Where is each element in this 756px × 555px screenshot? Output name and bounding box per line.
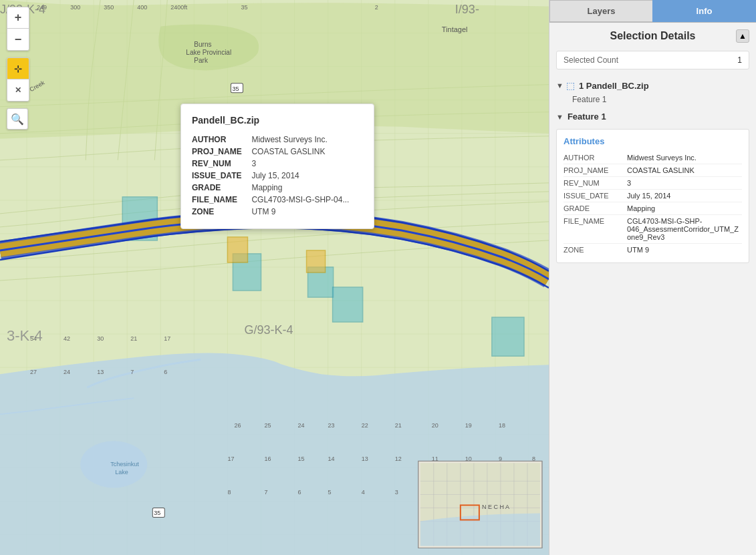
svg-text:400: 400: [137, 4, 147, 11]
popup-row: ZONEUTM 9: [192, 206, 363, 218]
svg-rect-98: [227, 237, 247, 262]
svg-text:N E C H A: N E C H A: [482, 504, 509, 510]
attribute-row: REV_NUM3: [563, 176, 742, 189]
svg-text:2400ft: 2400ft: [170, 4, 188, 11]
svg-text:16: 16: [264, 455, 271, 462]
attribute-key: GRADE: [563, 204, 627, 212]
svg-text:26: 26: [234, 422, 241, 429]
popup-title: Pandell_BC.zip: [192, 115, 363, 126]
attribute-value: COASTAL GASLINK: [627, 166, 742, 174]
popup-value: COASTAL GASLINK: [251, 146, 363, 158]
svg-text:25: 25: [264, 422, 271, 429]
map-controls: + − ⊹ ✕ 🔍: [7, 7, 29, 130]
svg-text:7: 7: [130, 369, 134, 375]
svg-text:21: 21: [130, 335, 137, 342]
popup-row: FILE_NAMECGL4703-MSI-G-SHP-04...: [192, 194, 363, 206]
attribute-value: 3: [627, 179, 742, 187]
svg-text:18: 18: [499, 422, 505, 429]
svg-text:6: 6: [164, 369, 167, 375]
attribute-key: ZONE: [563, 246, 627, 254]
attribute-key: PROJ_NAME: [563, 166, 627, 174]
clear-selection-button[interactable]: ✕: [7, 79, 29, 101]
zoom-out-button[interactable]: −: [7, 29, 29, 50]
select-tool-button[interactable]: ⊹: [7, 58, 29, 79]
attribute-value: CGL4703-MSI-G-SHP-046_AssessmentCorridor…: [627, 217, 742, 241]
svg-text:Burns: Burns: [194, 41, 211, 48]
svg-text:2: 2: [375, 4, 378, 11]
popup-key: PROJ_NAME: [192, 146, 251, 158]
popup-row: PROJ_NAMECOASTAL GASLINK: [192, 146, 363, 158]
selection-tools: ⊹ ✕: [7, 57, 29, 102]
tab-info[interactable]: Info: [652, 0, 756, 22]
attribute-row: PROJ_NAMECOASTAL GASLINK: [563, 164, 742, 176]
svg-text:Park: Park: [194, 57, 209, 64]
attribute-key: AUTHOR: [563, 154, 627, 162]
attribute-value: Mapping: [627, 204, 742, 212]
svg-text:35: 35: [241, 4, 247, 11]
search-button[interactable]: 🔍: [7, 108, 28, 130]
attribute-row: FILE_NAMECGL4703-MSI-G-SHP-046_Assessmen…: [563, 214, 742, 243]
feature-expand-icon: ▼: [556, 113, 563, 121]
svg-text:23: 23: [328, 422, 335, 429]
panel-content[interactable]: Selection Details ▲ Selected Count 1 ▼ ⬚…: [549, 23, 756, 555]
popup-key: GRADE: [192, 182, 251, 194]
svg-text:Lake: Lake: [115, 469, 128, 476]
popup-value: Mapping: [251, 182, 363, 194]
layer-item: ▼ ⬚ 1 Pandell_BC.zip Feature 1 ▼ Feature…: [556, 77, 749, 263]
attributes-section: Attributes AUTHORMidwest Surveys Inc.PRO…: [556, 129, 749, 263]
popup-value: Midwest Surveys Inc.: [251, 134, 363, 146]
svg-text:20: 20: [432, 422, 438, 429]
map-area[interactable]: Tchesinkut Lake 249 300 350 400 2400ft 3…: [0, 0, 549, 555]
svg-text:Tintagel: Tintagel: [442, 25, 468, 33]
popup-key: REV_NUM: [192, 158, 251, 170]
svg-text:Tchesinkut: Tchesinkut: [110, 461, 139, 468]
popup-row: GRADEMapping: [192, 182, 363, 194]
svg-rect-97: [492, 317, 524, 356]
popup-key: ISSUE_DATE: [192, 170, 251, 182]
svg-text:13: 13: [97, 369, 104, 375]
svg-text:Lake Provincial: Lake Provincial: [186, 49, 231, 56]
svg-text:13: 13: [362, 455, 368, 462]
attribute-value: July 15, 2014: [627, 192, 742, 200]
feature-name: Feature 1: [568, 112, 606, 122]
popup-key: FILE_NAME: [192, 194, 251, 206]
feature-header[interactable]: ▼ Feature 1: [556, 110, 749, 124]
svg-text:19: 19: [465, 422, 472, 429]
svg-text:24: 24: [298, 422, 305, 429]
popup-value: CGL4703-MSI-G-SHP-04...: [251, 194, 363, 206]
scroll-up-button[interactable]: ▲: [736, 29, 749, 43]
selected-count-label: Selected Count: [563, 55, 618, 65]
attribute-key: ISSUE_DATE: [563, 192, 627, 200]
svg-text:35: 35: [232, 85, 239, 92]
attribute-value: Midwest Surveys Inc.: [627, 154, 742, 162]
svg-text:15: 15: [298, 455, 305, 462]
tab-layers[interactable]: Layers: [549, 0, 652, 22]
zoom-in-button[interactable]: +: [7, 7, 29, 29]
svg-text:17: 17: [164, 335, 170, 342]
popup-value: July 15, 2014: [251, 170, 363, 182]
svg-rect-99: [307, 250, 326, 272]
selection-details-title: Selection Details: [570, 30, 736, 42]
popup-table: AUTHORMidwest Surveys Inc.PROJ_NAMECOAST…: [192, 134, 363, 218]
selection-details-header: Selection Details ▲: [556, 29, 749, 43]
layer-header[interactable]: ▼ ⬚ 1 Pandell_BC.zip: [556, 77, 749, 94]
popup-row: ISSUE_DATEJuly 15, 2014: [192, 170, 363, 182]
svg-text:42: 42: [64, 335, 70, 342]
selected-count-row: Selected Count 1: [556, 51, 749, 69]
svg-text:21: 21: [395, 422, 402, 429]
popup-row: REV_NUM3: [192, 158, 363, 170]
svg-text:4: 4: [362, 489, 365, 496]
popup-value: 3: [251, 158, 363, 170]
svg-text:17: 17: [227, 455, 234, 462]
zoom-controls: + −: [7, 7, 29, 51]
svg-text:I/93-: I/93-: [455, 3, 479, 16]
svg-text:350: 350: [104, 4, 114, 11]
layer-name: 1 Pandell_BC.zip: [579, 81, 649, 91]
svg-text:8: 8: [227, 489, 231, 496]
selected-count-value: 1: [737, 55, 742, 65]
svg-text:G/93-K-4: G/93-K-4: [244, 323, 293, 337]
svg-text:12: 12: [395, 455, 402, 462]
feature-popup: Pandell_BC.zip AUTHORMidwest Surveys Inc…: [180, 104, 374, 229]
popup-row: AUTHORMidwest Surveys Inc.: [192, 134, 363, 146]
layer-expand-icon: ▼: [556, 81, 563, 89]
